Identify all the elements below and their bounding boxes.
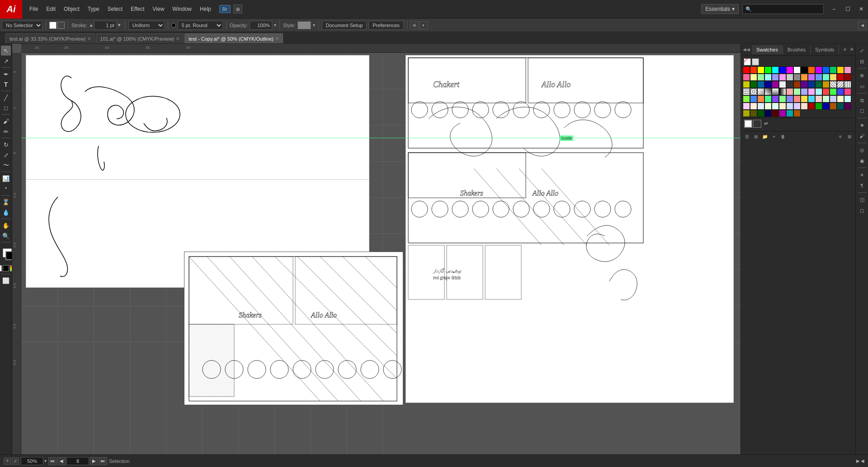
doc-setup-button[interactable]: Document Setup [322, 21, 367, 30]
essentials-dropdown[interactable]: Essentials ▾ [701, 4, 739, 14]
swatch-rosewater[interactable] [815, 95, 822, 103]
swatch-lightcoral[interactable] [793, 95, 801, 103]
swatch-medblue[interactable] [822, 103, 830, 110]
style-swatch[interactable] [297, 21, 311, 29]
new-swatch-btn[interactable]: + [770, 132, 778, 140]
stroke-icon[interactable]: ▭ [857, 81, 867, 91]
swatch-red2[interactable] [750, 66, 757, 74]
stroke-swatch-small[interactable] [57, 22, 65, 29]
swatch-lightgray[interactable] [786, 74, 793, 81]
swatch-forestgreen[interactable] [815, 103, 822, 110]
scale-tool[interactable]: ⤢ [1, 150, 11, 160]
none-swatch[interactable] [744, 58, 751, 65]
select-tool[interactable]: ↖ [1, 46, 11, 56]
prev-page-btn[interactable]: ◀ [57, 457, 66, 465]
swatch-lightsteelblue[interactable] [786, 103, 793, 110]
swatch-r5[interactable] [822, 88, 830, 95]
menu-window[interactable]: Window [169, 4, 195, 14]
paragraph-icon[interactable]: ¶ [857, 181, 867, 191]
swatch-mint[interactable] [822, 74, 830, 81]
layers-icon[interactable]: ⧉ [857, 95, 867, 105]
swatch-gray[interactable] [793, 74, 801, 81]
swap-icon[interactable]: ⇄ [764, 121, 769, 126]
swatch-blue[interactable] [779, 66, 786, 74]
swatch-aliceblue[interactable] [757, 103, 764, 110]
swatch-options-btn[interactable]: ⊞ [752, 132, 760, 140]
menu-object[interactable]: Object [60, 4, 83, 14]
swatch-sky[interactable] [808, 95, 815, 103]
swatch-green[interactable] [764, 66, 772, 74]
pencil-tool[interactable]: ✏ [1, 126, 11, 136]
swatch-mintcream[interactable] [764, 103, 772, 110]
swatch-darkforest[interactable] [757, 110, 764, 117]
swatch-crimson[interactable] [808, 103, 815, 110]
menu-effect[interactable]: Effect [127, 4, 148, 14]
delete-swatch-btn[interactable]: 🗑 [779, 132, 787, 140]
change-screen-mode[interactable]: ⬜ [1, 276, 11, 285]
stop-btn[interactable]: ◀ [861, 458, 864, 463]
canvas-area[interactable]: 20 25 30 35 40 5 1 5 2 0 2 5 3 0 3 5 4 0 [12, 44, 741, 454]
swatch-hotpink[interactable] [743, 74, 750, 81]
tab-close-3[interactable]: ✕ [275, 36, 279, 41]
swatch-tyrian[interactable] [844, 103, 851, 110]
swatch-brown[interactable] [793, 81, 801, 88]
swatch-lightyellow[interactable] [750, 74, 757, 81]
swatch-midnightblue[interactable] [764, 110, 772, 117]
zoom-input[interactable] [21, 457, 43, 465]
swatch-blue2[interactable] [822, 66, 830, 74]
swatch-pink[interactable] [844, 66, 851, 74]
workspace-icon[interactable]: ⊞ [233, 5, 242, 14]
swatch-red[interactable] [743, 66, 750, 74]
tab-symbols[interactable]: Symbols [811, 45, 839, 54]
tab-brushes[interactable]: Brushes [783, 45, 811, 54]
swatch-pattern3[interactable] [844, 81, 851, 88]
pen-tool[interactable]: ✒ [1, 69, 11, 79]
stroke-value-input[interactable] [94, 21, 117, 30]
swatch-darkyellow[interactable] [743, 81, 750, 88]
swatch-coral[interactable] [757, 95, 764, 103]
align-icon[interactable]: ⊟ [857, 56, 867, 66]
swatch-salmon[interactable] [786, 88, 793, 95]
close-button[interactable]: ✕ [854, 0, 868, 19]
canvas-content[interactable]: Guide [21, 53, 741, 454]
maximize-button[interactable]: ☐ [841, 0, 854, 19]
brushes-icon[interactable]: 🖌 [857, 131, 867, 141]
swatch-cream[interactable] [837, 95, 844, 103]
swatch-paleblue[interactable] [801, 88, 808, 95]
swatch-peru[interactable] [793, 110, 801, 117]
swatch-aquamarine[interactable] [764, 95, 772, 103]
swatch-honeydew[interactable] [822, 95, 830, 103]
swatch-palegreen3[interactable] [772, 103, 779, 110]
menu-select[interactable]: Select [104, 4, 126, 14]
swatch-peachpuff[interactable] [801, 103, 808, 110]
minimize-button[interactable]: – [827, 0, 841, 19]
tab-101-ai[interactable]: 101.ai* @ 100% (CMYK/Preview) ✕ [96, 33, 184, 43]
stroke-color-swatch[interactable] [5, 251, 12, 260]
menu-help[interactable]: Help [196, 4, 215, 14]
play-btn[interactable]: ▶ [856, 458, 860, 463]
show-swatch-kinds-btn[interactable]: ☰ [743, 132, 751, 140]
menu-type[interactable]: Type [84, 4, 103, 14]
line-tool[interactable]: ╱ [1, 93, 11, 103]
swatch-lightgold[interactable] [830, 74, 837, 81]
swatch-darkgray[interactable] [786, 81, 793, 88]
bridge-btn[interactable]: Br [219, 5, 231, 13]
rect-tool[interactable]: □ [1, 103, 11, 113]
swatch-gradient2[interactable] [764, 88, 772, 95]
menu-file[interactable]: File [26, 4, 42, 14]
panel-grid-view-btn[interactable]: ⊞ [845, 132, 854, 140]
tab-copy-ai[interactable]: test - Copy.ai* @ 50% (CMYK/Outline) ✕ [184, 33, 283, 43]
swatch-darkred[interactable] [837, 74, 844, 81]
hand-tool[interactable]: ✋ [1, 220, 11, 230]
swatch-lightpurple[interactable] [808, 74, 815, 81]
search-input[interactable] [742, 4, 824, 14]
swatch-pattern1[interactable] [830, 81, 837, 88]
status-icon2[interactable]: ⤢ [12, 458, 19, 465]
swatch-lightorange[interactable] [801, 74, 808, 81]
swatch-pattern4[interactable] [743, 88, 750, 95]
swatch-lightgreen[interactable] [757, 74, 764, 81]
eyedropper-tool[interactable]: 💧 [1, 207, 11, 217]
swatch-sunflower[interactable] [801, 95, 808, 103]
swatch-purple[interactable] [815, 66, 822, 74]
zoom-tool[interactable]: 🔍 [1, 231, 11, 241]
